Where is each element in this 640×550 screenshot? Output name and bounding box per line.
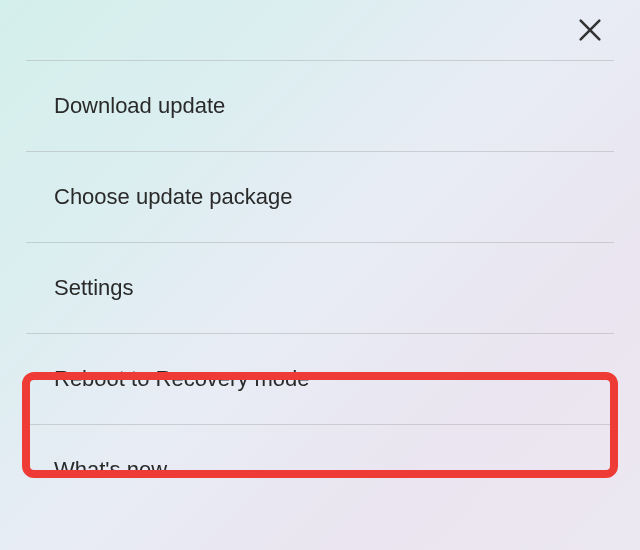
menu-item-label: What's new: [54, 457, 167, 482]
close-button[interactable]: [570, 12, 610, 52]
menu-item-whats-new[interactable]: What's new: [0, 425, 640, 515]
menu-item-choose-update-package[interactable]: Choose update package: [0, 152, 640, 242]
menu-list: Download update Choose update package Se…: [0, 0, 640, 515]
menu-item-reboot-recovery[interactable]: Reboot to Recovery mode: [0, 334, 640, 424]
close-icon: [576, 16, 604, 48]
menu-item-label: Reboot to Recovery mode: [54, 366, 310, 391]
menu-item-download-update[interactable]: Download update: [0, 61, 640, 151]
menu-item-label: Download update: [54, 93, 225, 118]
menu-item-label: Choose update package: [54, 184, 293, 209]
menu-item-settings[interactable]: Settings: [0, 243, 640, 333]
menu-item-label: Settings: [54, 275, 134, 300]
